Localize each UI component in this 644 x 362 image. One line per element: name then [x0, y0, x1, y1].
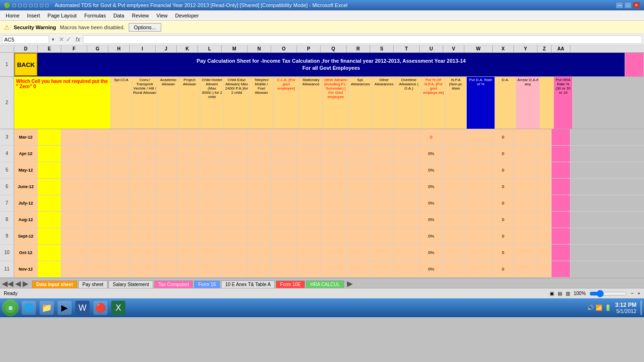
cell-x11[interactable]: 0 [493, 261, 514, 277]
taskbar-folder-icon[interactable]: 📁 [40, 301, 54, 315]
cell-v7[interactable] [443, 195, 464, 211]
cell-i5[interactable] [130, 162, 156, 178]
cell-m9[interactable] [222, 228, 248, 244]
col-header-d[interactable]: D [14, 45, 38, 52]
tab-tax-computed[interactable]: Tax Computed [154, 280, 193, 288]
cell-m8[interactable] [222, 212, 248, 228]
cell-i4[interactable] [130, 146, 156, 162]
cell-x3[interactable]: 0 [493, 129, 514, 145]
cell-m11[interactable] [222, 261, 248, 277]
col-header-s[interactable]: S [370, 45, 394, 52]
cell-aa4[interactable] [552, 146, 570, 162]
cell-u10[interactable]: 0% [420, 245, 443, 261]
cell-p11[interactable] [297, 261, 321, 277]
cell-q5[interactable] [321, 162, 347, 178]
cell-i9[interactable] [130, 228, 156, 244]
cell-i10[interactable] [130, 245, 156, 261]
cell-y9[interactable] [514, 228, 537, 244]
cell-d6[interactable]: June-12 [14, 179, 38, 195]
cell-j6[interactable] [156, 179, 177, 195]
menu-insert[interactable]: Insert [23, 12, 44, 19]
col-header-l[interactable]: L [198, 45, 222, 52]
col-header-z[interactable]: Z [537, 45, 552, 52]
cell-z4[interactable] [537, 146, 552, 162]
col-header-j[interactable]: J [156, 45, 177, 52]
cell-r4[interactable] [347, 146, 370, 162]
col-header-p[interactable]: P [297, 45, 321, 52]
cell-l8[interactable] [198, 212, 222, 228]
cell-f3[interactable] [61, 129, 87, 145]
col-header-aa[interactable]: AA [552, 45, 570, 52]
cell-q3[interactable] [321, 129, 347, 145]
cell-h4[interactable] [108, 146, 130, 162]
close-button[interactable]: ✕ [633, 2, 640, 8]
cell-w3[interactable] [464, 129, 493, 145]
cell-q7[interactable] [321, 195, 347, 211]
cell-w4[interactable] [464, 146, 493, 162]
col-header-k[interactable]: K [177, 45, 198, 52]
tab-nav-more[interactable]: ▶ [347, 279, 353, 288]
cell-i8[interactable] [130, 212, 156, 228]
back-button-cell[interactable]: BACK [14, 53, 38, 76]
col-header-w[interactable]: W [464, 45, 493, 52]
cell-g6[interactable] [87, 179, 108, 195]
cell-x8[interactable]: 0 [493, 212, 514, 228]
view-page-break-icon[interactable]: ▥ [566, 291, 570, 296]
cell-e11[interactable] [38, 261, 61, 277]
cell-d5[interactable]: May-12 [14, 162, 38, 178]
cell-m7[interactable] [222, 195, 248, 211]
cell-l3[interactable] [198, 129, 222, 145]
cell-p7[interactable] [297, 195, 321, 211]
formula-input[interactable] [83, 35, 642, 44]
cell-l7[interactable] [198, 195, 222, 211]
show-desktop-icon[interactable] [640, 301, 642, 315]
cell-t6[interactable] [394, 179, 420, 195]
cell-g7[interactable] [87, 195, 108, 211]
cell-w8[interactable] [464, 212, 493, 228]
cell-u6[interactable]: 0% [420, 179, 443, 195]
cell-g11[interactable] [87, 261, 108, 277]
cell-p9[interactable] [297, 228, 321, 244]
col-header-q[interactable]: Q [321, 45, 347, 52]
cell-n4[interactable] [248, 146, 271, 162]
cell-t9[interactable] [394, 228, 420, 244]
cell-o10[interactable] [271, 245, 297, 261]
cell-q11[interactable] [321, 261, 347, 277]
cell-q4[interactable] [321, 146, 347, 162]
cell-e8[interactable] [38, 212, 61, 228]
cell-j7[interactable] [156, 195, 177, 211]
cell-z6[interactable] [537, 179, 552, 195]
menu-developer[interactable]: Developer [171, 12, 202, 19]
cell-u11[interactable]: 0% [420, 261, 443, 277]
cell-p6[interactable] [297, 179, 321, 195]
cell-h8[interactable] [108, 212, 130, 228]
cell-q8[interactable] [321, 212, 347, 228]
cell-j4[interactable] [156, 146, 177, 162]
cell-d9[interactable]: Sept-12 [14, 228, 38, 244]
cell-f4[interactable] [61, 146, 87, 162]
cell-h11[interactable] [108, 261, 130, 277]
cell-q10[interactable] [321, 245, 347, 261]
cell-y8[interactable] [514, 212, 537, 228]
cell-o11[interactable] [271, 261, 297, 277]
cell-k11[interactable] [177, 261, 198, 277]
cell-u5[interactable]: 0% [420, 162, 443, 178]
cell-g5[interactable] [87, 162, 108, 178]
cell-o4[interactable] [271, 146, 297, 162]
cell-p4[interactable] [297, 146, 321, 162]
cell-y11[interactable] [514, 261, 537, 277]
cell-n9[interactable] [248, 228, 271, 244]
cell-l6[interactable] [198, 179, 222, 195]
cell-g10[interactable] [87, 245, 108, 261]
cell-z11[interactable] [537, 261, 552, 277]
cell-y4[interactable] [514, 146, 537, 162]
cell-aa8[interactable] [552, 212, 570, 228]
cell-n11[interactable] [248, 261, 271, 277]
cell-u7[interactable]: 0% [420, 195, 443, 211]
start-button[interactable]: ⊞ [2, 299, 19, 316]
cell-h5[interactable] [108, 162, 130, 178]
taskbar-media-icon[interactable]: ▶ [58, 301, 72, 315]
view-normal-icon[interactable]: ▣ [550, 291, 554, 296]
cell-j10[interactable] [156, 245, 177, 261]
col-header-h[interactable]: H [108, 45, 130, 52]
